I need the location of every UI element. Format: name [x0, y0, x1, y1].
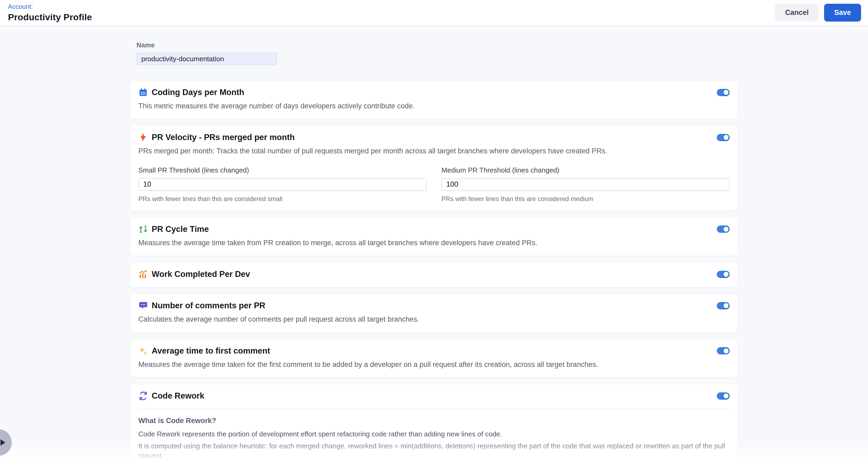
card-divider: [138, 409, 730, 409]
medium-pr-threshold-helper: PRs with fewer lines than this are consi…: [441, 195, 730, 203]
avg-first-comment-toggle[interactable]: [717, 347, 730, 354]
metric-card-code-rework: Code Rework What is Code Rework? Code Re…: [130, 384, 738, 467]
metric-description: This metric measures the average number …: [138, 101, 730, 111]
calendar-icon: [138, 88, 148, 97]
metric-title: Average time to first comment: [152, 346, 270, 356]
comment-icon: [138, 301, 148, 311]
metric-title: PR Cycle Time: [152, 225, 209, 234]
header-actions: Cancel Save: [775, 4, 861, 22]
medium-pr-threshold-input[interactable]: [441, 178, 730, 191]
pr-cycle-time-toggle[interactable]: [717, 226, 730, 233]
metric-card-pr-cycle-time: PR Cycle Time Measures the average time …: [130, 217, 738, 256]
metric-description: PRs merged per month: Tracks the total n…: [138, 146, 730, 156]
header-titles: Account: Productivity Profile: [8, 3, 92, 22]
metric-card-work-completed: Work Completed Per Dev: [130, 262, 738, 287]
small-pr-threshold-label: Small PR Threshold (lines changed): [138, 166, 427, 174]
chevron-right-icon: [1, 439, 5, 446]
code-rework-question: What is Code Rework?: [138, 417, 730, 425]
git-compare-icon: [138, 225, 148, 234]
save-button[interactable]: Save: [824, 4, 861, 22]
small-pr-threshold-helper: PRs with fewer lines than this are consi…: [138, 195, 427, 203]
refresh-icon: [138, 391, 148, 401]
metric-description: Measures the average time taken for the …: [138, 360, 730, 369]
settings-main: Name Coding Days per Month: [0, 0, 868, 467]
metric-title: PR Velocity - PRs merged per month: [152, 133, 294, 142]
metric-title: Coding Days per Month: [152, 88, 244, 97]
metric-description: Calculates the average number of comment…: [138, 315, 730, 324]
bar-chart-icon: [138, 269, 148, 279]
top-header: Account: Productivity Profile Cancel Sav…: [0, 0, 868, 26]
profile-name-group: Name: [136, 41, 738, 65]
code-rework-line2: It is computed using the balance heurist…: [138, 441, 730, 461]
metric-description: Measures the average time taken from PR …: [138, 238, 730, 247]
metric-card-comments-per-pr: Number of comments per PR Calculates the…: [130, 294, 738, 332]
medium-pr-threshold-group: Medium PR Threshold (lines changed) PRs …: [441, 166, 730, 203]
profile-name-input[interactable]: [136, 53, 277, 65]
small-pr-threshold-group: Small PR Threshold (lines changed) PRs w…: [138, 166, 427, 203]
metric-title: Work Completed Per Dev: [152, 269, 250, 279]
metric-card-coding-days: Coding Days per Month This metric measur…: [130, 80, 738, 119]
metric-card-pr-velocity: PR Velocity - PRs merged per month PRs m…: [130, 125, 738, 211]
metric-title: Number of comments per PR: [152, 301, 265, 311]
metric-title: Code Rework: [152, 391, 204, 401]
code-rework-toggle[interactable]: [717, 392, 730, 400]
sparkles-icon: [138, 346, 148, 356]
name-label: Name: [136, 41, 738, 49]
work-completed-toggle[interactable]: [717, 271, 730, 278]
medium-pr-threshold-label: Medium PR Threshold (lines changed): [441, 166, 730, 174]
pr-velocity-toggle[interactable]: [717, 134, 730, 141]
metric-card-avg-first-comment: Average time to first comment Measures t…: [130, 339, 738, 378]
account-breadcrumb-link[interactable]: Account:: [8, 3, 92, 10]
coding-days-toggle[interactable]: [717, 89, 730, 96]
code-rework-line1: Code Rework represents the portion of de…: [138, 429, 730, 439]
comments-per-pr-toggle[interactable]: [717, 302, 730, 310]
small-pr-threshold-input[interactable]: [138, 178, 427, 191]
page-title: Productivity Profile: [8, 12, 92, 22]
cancel-button[interactable]: Cancel: [775, 4, 819, 22]
lightning-icon: [138, 133, 148, 142]
